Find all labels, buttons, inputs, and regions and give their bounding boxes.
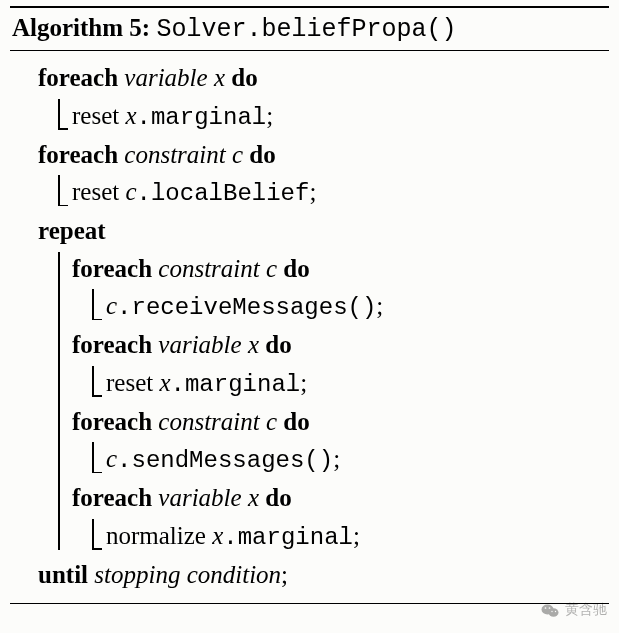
semi: ; xyxy=(281,557,288,593)
repeat-body: foreach constraint c do c .receiveMessag… xyxy=(52,250,605,556)
var-c: c xyxy=(106,288,117,324)
kw-foreach: foreach xyxy=(72,251,152,287)
loop-body: normalize x .marginal ; xyxy=(86,517,605,556)
rule-bottom xyxy=(10,603,609,604)
code-receivemessages: .receiveMessages() xyxy=(117,291,376,325)
loop-body: reset x .marginal ; xyxy=(86,364,605,403)
kw-repeat: repeat xyxy=(38,213,106,249)
algo-line: normalize x .marginal ; xyxy=(106,517,605,556)
code-localbelief: .localBelief xyxy=(137,177,310,211)
kw-do: do xyxy=(283,404,309,440)
svg-point-4 xyxy=(551,610,552,611)
semi: ; xyxy=(300,365,307,401)
kw-foreach: foreach xyxy=(38,60,118,96)
semi: ; xyxy=(376,288,383,324)
kw-do: do xyxy=(231,60,257,96)
svg-point-3 xyxy=(549,607,551,609)
loop-body: c .sendMessages() ; xyxy=(86,440,605,479)
algorithm-title: Algorithm 5: Solver.beliefPropa() xyxy=(10,8,609,50)
loop-body: reset x .marginal ; xyxy=(52,97,605,136)
algorithm-label: Algorithm 5: xyxy=(12,14,150,41)
loop-var: variable x xyxy=(158,480,259,516)
loop-body: reset c .localBelief ; xyxy=(52,173,605,212)
kw-do: do xyxy=(265,327,291,363)
algo-line: reset x .marginal ; xyxy=(106,364,605,403)
algo-line: foreach variable x do xyxy=(38,59,605,97)
word-reset: reset xyxy=(106,365,159,401)
algo-line: repeat xyxy=(38,212,605,250)
semi: ; xyxy=(353,518,360,554)
algo-line: reset c .localBelief ; xyxy=(72,173,605,212)
semi: ; xyxy=(333,441,340,477)
loop-var: constraint c xyxy=(158,404,277,440)
code-marginal: .marginal xyxy=(137,101,267,135)
kw-foreach: foreach xyxy=(72,327,152,363)
var-c: c xyxy=(125,174,136,210)
algo-line: foreach constraint c do xyxy=(72,250,605,288)
algo-line: foreach variable x do xyxy=(72,326,605,364)
code-marginal: .marginal xyxy=(223,521,353,555)
code-sendmessages: .sendMessages() xyxy=(117,444,333,478)
loop-var: variable x xyxy=(124,60,225,96)
loop-var: constraint c xyxy=(158,251,277,287)
loop-var: variable x xyxy=(158,327,259,363)
semi: ; xyxy=(266,98,273,134)
algo-line: until stopping condition ; xyxy=(38,556,605,594)
svg-point-1 xyxy=(549,608,559,617)
svg-point-5 xyxy=(555,610,556,611)
kw-foreach: foreach xyxy=(72,480,152,516)
algo-line: foreach constraint c do xyxy=(38,136,605,174)
loop-body: c .receiveMessages() ; xyxy=(86,287,605,326)
loop-var: constraint c xyxy=(124,137,243,173)
watermark: 黄含驰 xyxy=(541,601,607,619)
kw-do: do xyxy=(249,137,275,173)
var-c: c xyxy=(106,441,117,477)
kw-do: do xyxy=(265,480,291,516)
watermark-author: 黄含驰 xyxy=(565,601,607,619)
word-normalize: normalize xyxy=(106,518,212,554)
stopping-condition: stopping condition xyxy=(94,557,281,593)
algorithm-name-code: Solver.beliefPropa() xyxy=(156,15,456,44)
algo-line: c .receiveMessages() ; xyxy=(106,287,605,326)
kw-do: do xyxy=(283,251,309,287)
algo-line: reset x .marginal ; xyxy=(72,97,605,136)
algo-line: foreach constraint c do xyxy=(72,403,605,441)
algorithm-body: foreach variable x do reset x .marginal … xyxy=(10,51,609,603)
var-x: x xyxy=(125,98,136,134)
var-x: x xyxy=(212,518,223,554)
kw-until: until xyxy=(38,557,88,593)
word-reset: reset xyxy=(72,98,125,134)
word-reset: reset xyxy=(72,174,125,210)
var-x: x xyxy=(159,365,170,401)
algo-line: c .sendMessages() ; xyxy=(106,440,605,479)
kw-foreach: foreach xyxy=(72,404,152,440)
wechat-icon xyxy=(541,603,559,618)
semi: ; xyxy=(309,174,316,210)
algorithm-box: Algorithm 5: Solver.beliefPropa() foreac… xyxy=(10,6,609,604)
algo-line: foreach variable x do xyxy=(72,479,605,517)
kw-foreach: foreach xyxy=(38,137,118,173)
code-marginal: .marginal xyxy=(171,368,301,402)
svg-point-2 xyxy=(545,607,547,609)
